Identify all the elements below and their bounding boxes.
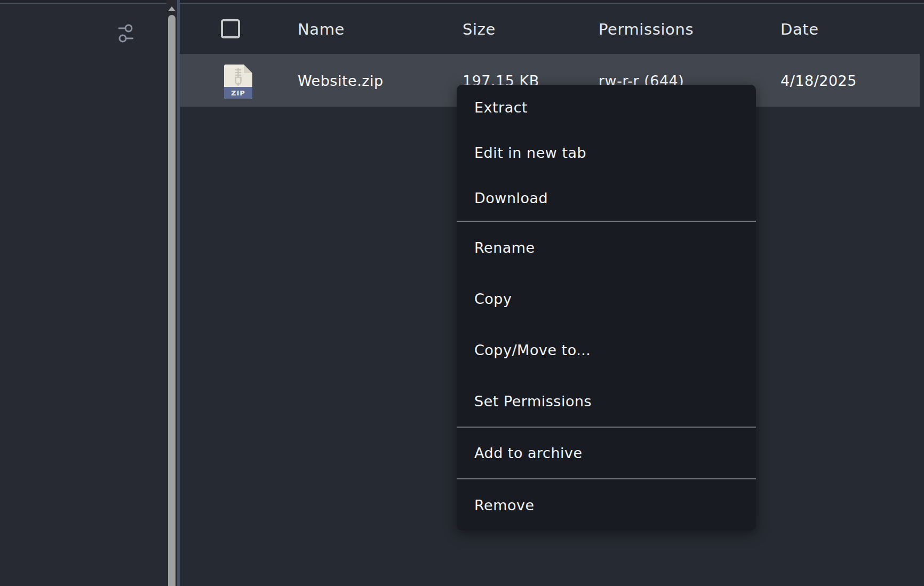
menu-item-copy[interactable]: Copy [457,273,756,324]
column-header-size[interactable]: Size [463,20,496,38]
menu-item-add-to-archive[interactable]: Add to archive [457,428,756,478]
context-menu: Extract Edit in new tab Download Rename … [457,85,756,531]
menu-item-rename[interactable]: Rename [457,222,756,273]
menu-item-extract[interactable]: Extract [457,85,756,130]
select-all-checkbox[interactable] [221,19,240,38]
scroll-up-arrow-icon[interactable] [168,6,176,11]
column-header-date[interactable]: Date [780,20,819,38]
zip-icon-zipper [224,68,252,87]
context-menu-group: Add to archive [457,428,756,478]
column-header-permissions[interactable]: Permissions [599,20,694,38]
table-header: Name Size Permissions Date [180,5,924,54]
zip-file-icon: ZIP [224,65,252,99]
menu-item-set-permissions[interactable]: Set Permissions [457,375,756,427]
panel-divider [177,0,180,586]
scrollbar-thumb[interactable] [168,15,176,586]
menu-item-download[interactable]: Download [457,175,756,221]
cell-file-name: Website.zip [298,72,384,89]
filter-sliders-icon[interactable] [118,23,133,44]
menu-item-remove[interactable]: Remove [457,479,756,531]
context-menu-group: Rename Copy Copy/Move to... Set Permissi… [457,222,756,427]
vertical-scrollbar[interactable] [166,0,177,586]
cell-file-date: 4/18/2025 [780,72,857,89]
top-border-strip [0,0,924,4]
menu-item-copy-move-to[interactable]: Copy/Move to... [457,324,756,375]
context-menu-group: Extract Edit in new tab Download [457,85,756,221]
sidebar-panel [0,0,166,586]
menu-item-edit-in-new-tab[interactable]: Edit in new tab [457,130,756,175]
column-header-name[interactable]: Name [298,20,345,38]
context-menu-group: Remove [457,479,756,531]
zip-icon-badge: ZIP [224,87,252,99]
